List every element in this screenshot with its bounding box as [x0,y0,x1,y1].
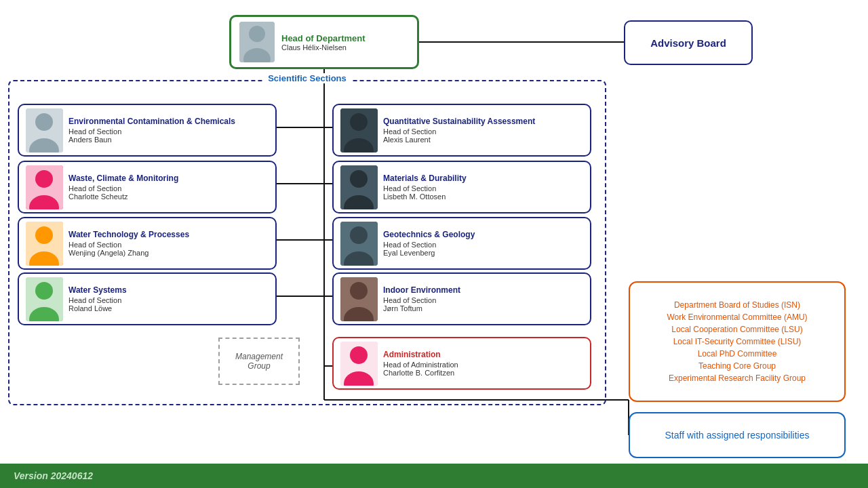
svg-point-20 [35,170,53,188]
hod-box: Head of Department Claus Hélix-Nielsen [229,15,419,69]
section-card-admin: Administration Head of Administration Ch… [332,337,591,390]
section-name-ecc: Environmental Contamination & Chemicals [68,117,269,127]
section-person-md: Lisbeth M. Ottosen [383,192,583,201]
section-info-wcm: Waste, Climate & Monitoring Head of Sect… [68,174,269,201]
section-role-md: Head of Section [383,184,583,192]
committees-box: Department Board of Studies (ISN) Work E… [629,281,846,402]
svg-point-14 [249,26,265,42]
committee-lisu: Local IT-Security Committee (LISU) [673,337,802,346]
section-info-ws: Water Systems Head of Section Roland Löw… [68,285,269,312]
section-name-md: Materials & Durability [383,174,583,184]
staff-responsibilities-box: Staff with assigned responsibilities [629,412,846,458]
section-info-ie: Indoor Environment Head of Section Jørn … [383,285,583,312]
section-name-gg: Geotechnics & Geology [383,230,583,241]
section-role-gg: Head of Section [383,241,583,249]
avatar-md [340,165,378,209]
section-card-wcm: Waste, Climate & Monitoring Head of Sect… [18,161,277,214]
svg-point-29 [350,113,368,131]
committee-lsu: Local Cooperation Committee (LSU) [671,325,802,334]
section-name-wcm: Waste, Climate & Monitoring [68,174,269,184]
hod-avatar [239,22,275,62]
committee-isn: Department Board of Studies (ISN) [674,300,800,310]
committee-phd: Local PhD Committee [698,349,777,359]
section-info-admin: Administration Head of Administration Ch… [383,350,583,377]
avatar-qsa [340,108,378,152]
svg-point-32 [350,170,368,188]
svg-point-17 [35,113,53,131]
svg-point-35 [350,226,368,244]
section-name-qsa: Quantitative Sustainability Assessment [383,117,583,127]
section-card-gg: Geotechnics & Geology Head of Section Ey… [332,217,591,270]
advisory-board-label: Advisory Board [650,37,726,49]
section-name-wtp: Water Technology & Processes [68,230,269,241]
section-name-ie: Indoor Environment [383,285,583,296]
section-role-admin: Head of Administration [383,361,583,369]
section-info-ecc: Environmental Contamination & Chemicals … [68,117,269,144]
section-person-ie: Jørn Toftum [383,304,583,312]
hod-info: Head of Department Claus Hélix-Nielsen [281,33,409,52]
svg-point-41 [350,346,368,364]
main-area: Head of Department Claus Hélix-Nielsen A… [0,0,868,488]
section-card-wtp: Water Technology & Processes Head of Sec… [18,217,277,270]
section-role-qsa: Head of Section [383,127,583,136]
svg-point-26 [35,282,53,300]
section-role-ie: Head of Section [383,296,583,304]
section-role-ecc: Head of Section [68,127,269,136]
section-card-md: Materials & Durability Head of Section L… [332,161,591,214]
svg-point-38 [350,282,368,300]
section-person-ws: Roland Löwe [68,304,269,312]
avatar-admin [340,342,378,386]
hod-title: Head of Department [281,33,409,43]
section-person-admin: Charlotte B. Corfitzen [383,369,583,377]
section-info-wtp: Water Technology & Processes Head of Sec… [68,230,269,257]
committee-tcg: Teaching Core Group [698,361,776,371]
section-role-ws: Head of Section [68,296,269,304]
avatar-wcm [26,165,63,209]
section-card-ie: Indoor Environment Head of Section Jørn … [332,272,591,325]
staff-responsibilities-label: Staff with assigned responsibilities [665,430,810,441]
section-card-ecc: Environmental Contamination & Chemicals … [18,104,277,157]
section-card-qsa: Quantitative Sustainability Assessment H… [332,104,591,157]
avatar-ie [340,277,378,321]
hod-name: Claus Hélix-Nielsen [281,43,409,52]
section-card-ws: Water Systems Head of Section Roland Löw… [18,272,277,325]
version-label: Version 20240612 [14,470,93,481]
section-name-ws: Water Systems [68,285,269,296]
scientific-sections-label: Scientific Sections [262,73,352,83]
svg-point-23 [35,226,53,244]
section-info-md: Materials & Durability Head of Section L… [383,174,583,201]
section-person-ecc: Anders Baun [68,136,269,144]
section-person-wcm: Charlotte Scheutz [68,192,269,201]
section-role-wcm: Head of Section [68,184,269,192]
footer: Version 20240612 [0,464,868,488]
section-person-gg: Eyal Levenberg [383,249,583,257]
avatar-wtp [26,222,63,266]
section-name-admin: Administration [383,350,583,361]
management-group-box: Management Group [218,338,300,385]
section-info-qsa: Quantitative Sustainability Assessment H… [383,117,583,144]
committee-amu: Work Environmental Committee (AMU) [667,312,807,322]
advisory-board-box: Advisory Board [624,20,753,65]
section-info-gg: Geotechnics & Geology Head of Section Ey… [383,230,583,257]
avatar-ecc [26,108,63,152]
avatar-gg [340,222,378,266]
section-person-qsa: Alexis Laurent [383,136,583,144]
section-role-wtp: Head of Section [68,241,269,249]
section-person-wtp: Wenjing (Angela) Zhang [68,249,269,257]
avatar-ws [26,277,63,321]
committee-erfg: Experimental Research Facility Group [669,373,806,383]
management-group-label: Management Group [235,352,283,371]
